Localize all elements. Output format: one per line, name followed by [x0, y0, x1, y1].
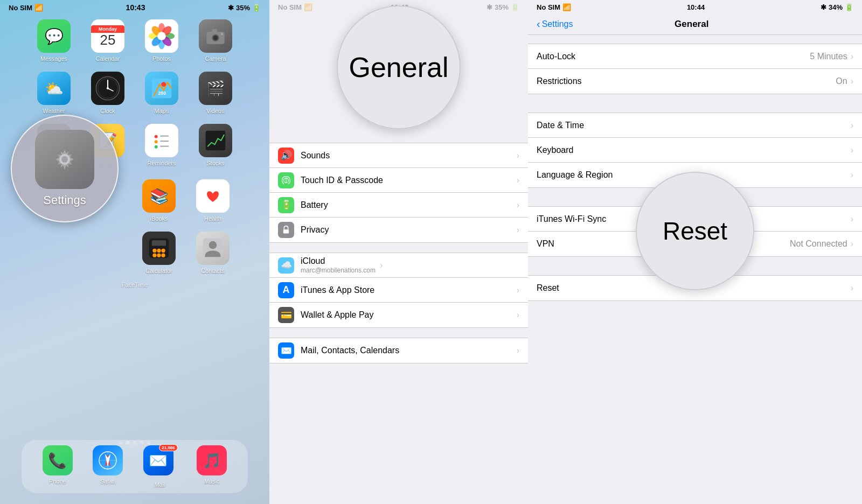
reset-text-big: Reset	[663, 216, 727, 246]
health-svg	[201, 184, 225, 208]
svg-rect-57	[283, 229, 289, 233]
calculator-icon-img	[142, 232, 176, 265]
stocks-svg	[204, 129, 227, 152]
settings-row-wallet[interactable]: 💳 Wallet & Apple Pay ›	[269, 303, 528, 327]
gear-svg	[43, 138, 86, 181]
clock-label: Clock	[100, 108, 115, 114]
app-camera[interactable]: Camera	[191, 19, 240, 62]
icloud-label: iCloud	[301, 256, 376, 266]
touchid-label: Touch ID & Passcode	[301, 176, 512, 185]
language-chevron: ›	[851, 170, 853, 180]
general-magnify-circle: General	[337, 5, 461, 129]
svg-text:280: 280	[158, 90, 166, 96]
app-clock[interactable]: Clock	[84, 72, 132, 114]
dock-safari[interactable]: Safari	[93, 445, 123, 488]
maps-icon-img: 280	[145, 72, 178, 105]
battery-text-1: 35%	[236, 4, 250, 12]
health-icon-img	[196, 179, 230, 213]
general-navbar: ‹ Settings General	[528, 13, 862, 35]
app-health[interactable]: Health	[189, 179, 237, 222]
app-reminders[interactable]: Reminders	[137, 124, 186, 166]
settings-section-1: 🔊 Sounds › Touch ID & Passcode › 🔋	[269, 143, 528, 243]
app-weather[interactable]: ⛅ Weather	[30, 72, 78, 114]
calculator-label: Calculator	[145, 268, 172, 274]
svg-point-12	[213, 36, 218, 40]
home-screen-panel: No SIM 📶 10:43 ✱ 35% 🔋 💬 Messages Monday…	[0, 0, 269, 504]
battery-area-3: ✱ 34% 🔋	[821, 3, 853, 11]
app-calculator[interactable]: Calculator	[135, 232, 183, 274]
bluetooth-icon-1: ✱	[228, 4, 234, 12]
reset-area: Reset › Reset	[528, 275, 862, 301]
contacts-svg	[201, 236, 225, 260]
gen-section-1: Auto-Lock 5 Minutes › Restrictions On ›	[528, 44, 862, 94]
sounds-icon: 🔊	[278, 148, 294, 164]
svg-point-45	[152, 254, 156, 257]
dock-music[interactable]: 🎵 Music	[197, 445, 227, 488]
gen-row-datetime[interactable]: Date & Time ›	[528, 113, 862, 138]
sounds-label: Sounds	[301, 151, 512, 160]
svg-point-14	[221, 33, 223, 35]
general-nav-title: General	[573, 19, 810, 30]
itunes-icon: A	[278, 282, 294, 298]
svg-rect-32	[160, 135, 169, 136]
back-label: Settings	[542, 19, 573, 29]
privacy-label: Privacy	[301, 225, 512, 235]
carrier-text-3: No SIM	[537, 3, 560, 11]
gen-row-autolock[interactable]: Auto-Lock 5 Minutes ›	[528, 44, 862, 69]
settings-row-battery[interactable]: 🔋 Battery ›	[269, 193, 528, 218]
svg-point-31	[155, 145, 158, 149]
time-3: 10:44	[687, 3, 705, 11]
gen-row-keyboard[interactable]: Keyboard ›	[528, 138, 862, 163]
itunes-chevron: ›	[517, 285, 519, 295]
touchid-chevron: ›	[517, 176, 519, 185]
svg-point-42	[152, 249, 156, 253]
privacy-svg	[280, 224, 292, 236]
wallet-apple-label: Wallet & Apple Pay	[301, 310, 512, 320]
app-photos[interactable]: Photos	[137, 19, 186, 62]
svg-point-19	[107, 87, 109, 89]
bluetooth-3: ✱	[821, 3, 826, 11]
restrictions-chevron: ›	[851, 76, 853, 86]
calculator-svg	[147, 236, 171, 260]
settings-row-sounds[interactable]: 🔊 Sounds ›	[269, 143, 528, 168]
svg-point-9	[157, 32, 166, 40]
app-maps[interactable]: 280 Maps	[137, 72, 186, 114]
general-content: Auto-Lock 5 Minutes › Restrictions On › …	[528, 35, 862, 491]
svg-rect-33	[160, 141, 169, 142]
contacts-icon-img	[196, 232, 230, 265]
calendar-label: Calendar	[96, 55, 120, 62]
spacer-top	[528, 35, 862, 44]
settings-row-privacy[interactable]: Privacy ›	[269, 218, 528, 242]
settings-row-itunes[interactable]: A iTunes & App Store ›	[269, 278, 528, 303]
app-calendar[interactable]: Monday 25 Calendar	[84, 19, 132, 62]
settings-row-touchid[interactable]: Touch ID & Passcode ›	[269, 168, 528, 193]
app-stocks[interactable]: Stocks	[191, 124, 240, 166]
app-contacts[interactable]: Contacts	[189, 232, 237, 274]
app-videos[interactable]: 🎬 Videos	[191, 72, 240, 114]
app-ibooks[interactable]: 📚 iBooks	[135, 179, 183, 222]
gen-row-restrictions[interactable]: Restrictions On ›	[528, 69, 862, 94]
touchid-icon	[278, 172, 294, 188]
status-bar-1: No SIM 📶 10:43 ✱ 35% 🔋	[0, 0, 269, 14]
app-messages[interactable]: 💬 Messages	[30, 19, 78, 62]
svg-point-38	[61, 156, 68, 163]
settings-row-mail[interactable]: ✉️ Mail, Contacts, Calendars ›	[269, 338, 528, 363]
settings-section-3: ✉️ Mail, Contacts, Calendars ›	[269, 338, 528, 363]
calendar-icon: Monday 25	[91, 19, 124, 53]
camera-svg	[205, 25, 226, 47]
dock-phone[interactable]: 📞 Phone	[43, 445, 73, 488]
calendar-date: 25	[100, 33, 116, 47]
itunes-label: iTunes & App Store	[301, 285, 512, 295]
back-button[interactable]: ‹ Settings	[537, 18, 573, 30]
battery-icon-3: 🔋	[845, 3, 853, 11]
svg-rect-34	[160, 146, 169, 147]
ituneswifi-chevron: ›	[851, 214, 853, 224]
stocks-label: Stocks	[206, 160, 224, 166]
svg-point-49	[209, 241, 217, 249]
settings-row-icloud[interactable]: ☁️ iCloud marc@mobilenations.com ›	[269, 253, 528, 278]
safari-svg	[97, 450, 119, 471]
svg-point-47	[161, 254, 165, 257]
reset-chevron: ›	[851, 283, 853, 293]
safari-icon	[93, 445, 123, 475]
dock-mail[interactable]: ✉️ 21,986 Mail	[143, 445, 177, 488]
